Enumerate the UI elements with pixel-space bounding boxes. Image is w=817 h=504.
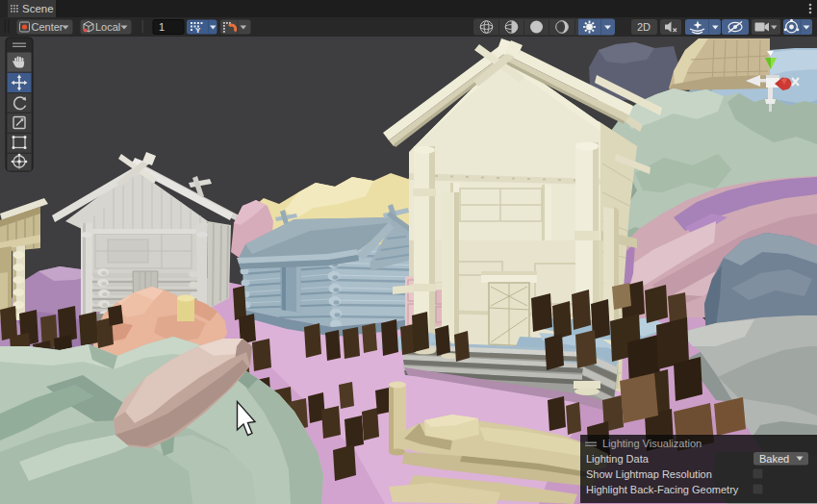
svg-text:Scene: Scene xyxy=(22,3,54,14)
svg-text:Show Lightmap Resolution: Show Lightmap Resolution xyxy=(586,468,712,480)
svg-text:Baked: Baked xyxy=(759,453,789,465)
svg-text:Local: Local xyxy=(95,21,120,33)
svg-text:Y: Y xyxy=(195,26,201,35)
svg-text:1: 1 xyxy=(159,21,165,33)
svg-text:Highlight Back-Facing Geometry: Highlight Back-Facing Geometry xyxy=(586,484,739,495)
svg-text:Lighting Visualization: Lighting Visualization xyxy=(602,438,702,449)
svg-text:Center: Center xyxy=(32,21,64,33)
svg-text:2D: 2D xyxy=(637,21,651,33)
svg-text:Lighting Data: Lighting Data xyxy=(586,453,650,465)
